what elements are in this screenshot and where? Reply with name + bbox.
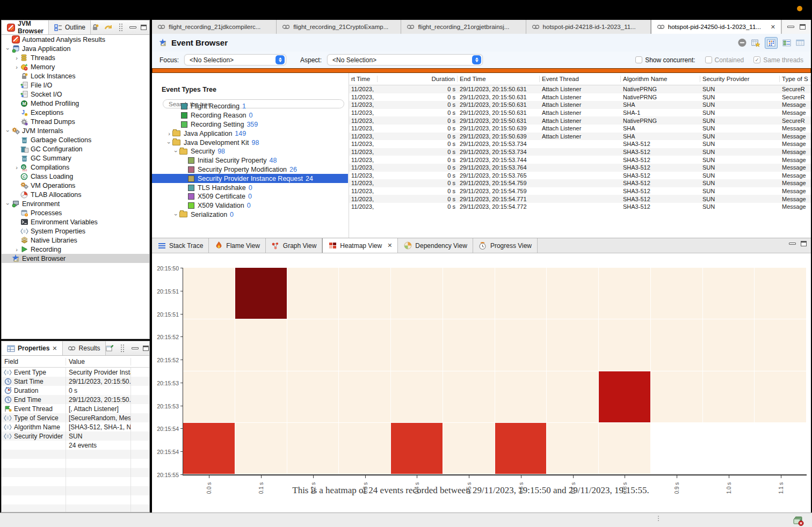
sidebar-item-thread-dumps[interactable]: Thread Dumps bbox=[2, 117, 149, 126]
list-view-button[interactable] bbox=[782, 39, 791, 47]
editor-tab-3[interactable]: hotspot-pid-24218-id-1-2023_11... bbox=[526, 20, 651, 34]
heatmap-cell[interactable] bbox=[443, 371, 495, 422]
column-value[interactable]: Value bbox=[66, 358, 131, 365]
event-type-item-java-development-kit[interactable]: ›Java Development Kit98 bbox=[152, 138, 348, 147]
drag-handle-icon[interactable] bbox=[658, 516, 659, 521]
property-row[interactable]: Start Time29/11/2023, 20:15:50.0 bbox=[2, 377, 149, 386]
chevron-right-icon[interactable]: › bbox=[13, 164, 20, 171]
column-header-3[interactable]: Event Thread bbox=[540, 76, 621, 82]
heatmap-cell[interactable] bbox=[339, 423, 390, 474]
table-view-button[interactable] bbox=[796, 39, 804, 47]
maximize-icon[interactable] bbox=[141, 25, 147, 30]
table-row[interactable]: 11/2023,0 s29/11/2023, 20:15:50.631Attac… bbox=[349, 101, 811, 109]
column-header-0[interactable]: rt Time bbox=[349, 76, 378, 82]
heatmap-cell[interactable] bbox=[703, 268, 755, 319]
grid-view-button[interactable] bbox=[765, 37, 778, 49]
sidebar-item-socket-i-o[interactable]: Socket I/O bbox=[2, 90, 149, 99]
heatmap-cell[interactable] bbox=[287, 268, 339, 319]
property-row[interactable]: End Time29/11/2023, 20:15:50.0 bbox=[2, 395, 149, 404]
heatmap-cell[interactable] bbox=[703, 371, 755, 422]
heatmap-cell[interactable] bbox=[651, 371, 702, 422]
chevron-down-icon[interactable]: › bbox=[173, 148, 179, 155]
tab-properties[interactable]: Properties✕ bbox=[2, 341, 63, 355]
column-header-2[interactable]: End Time bbox=[458, 76, 540, 82]
column-header-1[interactable]: Duration bbox=[378, 76, 458, 82]
heatmap-cell[interactable] bbox=[651, 268, 702, 319]
lock-tree-icon[interactable] bbox=[91, 23, 99, 32]
heatmap-cell[interactable] bbox=[287, 319, 339, 370]
sidebar-item-event-browser[interactable]: Event Browser bbox=[2, 254, 149, 263]
heatmap-cell[interactable] bbox=[703, 319, 755, 370]
heatmap-cell[interactable] bbox=[287, 423, 339, 474]
editor-tab-0[interactable]: flight_recording_21jdkcompilerc... bbox=[152, 20, 277, 34]
heatmap-cell[interactable] bbox=[547, 268, 598, 319]
background-jobs-icon[interactable] bbox=[793, 515, 804, 526]
sidebar-item-native-libraries[interactable]: Native Libraries bbox=[2, 236, 149, 245]
sidebar-item-java-application[interactable]: ›Java Application bbox=[2, 44, 149, 53]
property-row[interactable]: Algorithm Name[SHA3-512, SHA-1, Na bbox=[2, 422, 149, 431]
heatmap-cell-active[interactable] bbox=[599, 371, 650, 422]
contained-checkbox[interactable] bbox=[705, 56, 712, 63]
heatmap-cell[interactable] bbox=[339, 371, 390, 422]
heatmap-cell[interactable] bbox=[599, 268, 650, 319]
sidebar-item-recording[interactable]: ›Recording bbox=[2, 245, 149, 254]
view-tab-dependency-view[interactable]: Dependency View bbox=[398, 238, 473, 253]
table-row[interactable]: 11/2023,0 s29/11/2023, 20:15:50.631Attac… bbox=[349, 116, 811, 125]
close-icon[interactable]: ✕ bbox=[52, 346, 57, 352]
table-row[interactable]: 11/2023,0 s29/11/2023, 20:15:50.631Attac… bbox=[349, 85, 811, 93]
heatmap-cell[interactable] bbox=[547, 371, 598, 422]
chevron-down-icon[interactable]: › bbox=[173, 211, 179, 218]
sidebar-item-tlab-allocations[interactable]: TLAB Allocations bbox=[2, 190, 149, 199]
property-row[interactable]: Type of Service[SecureRandom, Mess bbox=[2, 413, 149, 422]
aspect-dropdown[interactable]: <No Selection> bbox=[327, 54, 483, 65]
sidebar-item-system-properties[interactable]: System Properties bbox=[2, 226, 149, 236]
heatmap-cell[interactable] bbox=[391, 371, 443, 422]
editor-tab-2[interactable]: flight_recording_21orgjetbrainsj... bbox=[401, 20, 526, 34]
sidebar-item-vm-operations[interactable]: VM Operations bbox=[2, 181, 149, 190]
heatmap-cell[interactable] bbox=[339, 268, 390, 319]
tab-outline[interactable]: Outline bbox=[49, 20, 91, 34]
view-tab-heatmap-view[interactable]: Heatmap View✕ bbox=[322, 238, 398, 253]
property-row[interactable]: Event TypeSecurity Provider Insta bbox=[2, 368, 149, 377]
heatmap-plot[interactable]: 20:15:5020:15:5120:15:5120:15:5220:15:52… bbox=[183, 268, 807, 474]
chevron-right-icon[interactable]: › bbox=[13, 64, 20, 70]
table-row[interactable]: 11/2023,0 s29/11/2023, 20:15:50.631Attac… bbox=[349, 93, 811, 101]
focus-dropdown[interactable]: <No Selection> bbox=[184, 54, 286, 65]
sidebar-item-environment[interactable]: ›Environment bbox=[2, 199, 149, 208]
heatmap-cell-active[interactable] bbox=[183, 423, 235, 474]
heatmap-cell-active[interactable] bbox=[391, 423, 443, 474]
heatmap-cell-active[interactable] bbox=[495, 423, 547, 474]
maximize-icon[interactable] bbox=[800, 24, 806, 30]
event-type-item-security-property-modification[interactable]: Security Property Modification26 bbox=[152, 165, 348, 174]
sidebar-item-jvm-internals[interactable]: ›JVM Internals bbox=[2, 126, 149, 135]
close-icon[interactable]: ✕ bbox=[387, 243, 392, 248]
sidebar-item-class-loading[interactable]: CClass Loading bbox=[2, 172, 149, 181]
chevron-right-icon[interactable]: › bbox=[13, 55, 20, 61]
table-row[interactable]: 11/2023,0 s29/11/2023, 20:15:54.771SHA3-… bbox=[349, 195, 811, 203]
event-type-item-x509-certificate[interactable]: X509 Certificate0 bbox=[152, 192, 348, 201]
heatmap-cell[interactable] bbox=[547, 423, 598, 474]
sidebar-item-file-i-o[interactable]: File I/O bbox=[2, 80, 149, 90]
sidebar-item-processes[interactable]: Processes bbox=[2, 208, 149, 217]
sidebar-item-memory[interactable]: ›Memory bbox=[2, 62, 149, 71]
property-row[interactable]: Event Thread[, Attach Listener] bbox=[2, 404, 149, 413]
heatmap-cell-active[interactable] bbox=[235, 268, 287, 319]
heatmap-cell[interactable] bbox=[183, 319, 235, 370]
chevron-right-icon[interactable]: › bbox=[13, 246, 20, 253]
view-menu-icon[interactable] bbox=[119, 344, 127, 353]
heatmap-cell[interactable] bbox=[755, 371, 806, 422]
property-row[interactable]: Duration0 s bbox=[2, 386, 149, 395]
heatmap-cell[interactable] bbox=[755, 268, 806, 319]
minimize-icon[interactable] bbox=[789, 243, 796, 245]
table-row[interactable]: 11/2023,0 s29/11/2023, 20:15:54.759SHA3-… bbox=[349, 179, 811, 187]
sidebar-item-environment-variables[interactable]: Environment Variables bbox=[2, 217, 149, 226]
show-concurrent-checkbox[interactable] bbox=[635, 56, 642, 63]
collapse-all-icon[interactable] bbox=[738, 39, 746, 47]
minimize-icon[interactable] bbox=[787, 26, 794, 28]
view-tab-graph-view[interactable]: Graph View bbox=[266, 238, 322, 253]
view-tab-flame-view[interactable]: Flame View bbox=[209, 238, 265, 253]
view-tab-progress-view[interactable]: Progress View bbox=[473, 238, 538, 253]
open-new-window-icon[interactable] bbox=[106, 344, 114, 353]
heatmap-cell[interactable] bbox=[599, 423, 650, 474]
sidebar-item-gc-configuration[interactable]: GC Configuration bbox=[2, 144, 149, 153]
